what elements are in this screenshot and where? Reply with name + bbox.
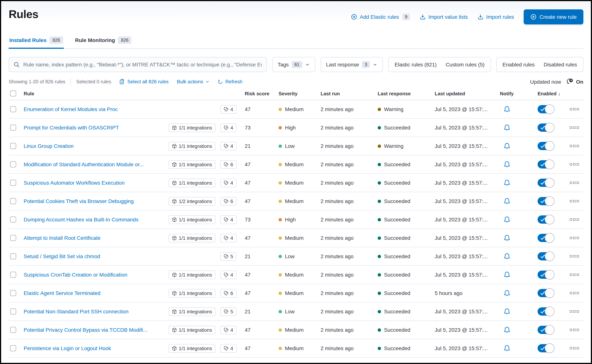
tags-badge[interactable]: 6: [220, 160, 237, 169]
row-checkbox[interactable]: [10, 143, 16, 149]
notification-bell-icon[interactable]: [503, 253, 510, 260]
row-actions-button[interactable]: [570, 237, 579, 239]
row-checkbox[interactable]: [10, 345, 16, 351]
tags-badge[interactable]: 4: [220, 234, 237, 242]
import-value-lists-button[interactable]: Import value lists: [420, 14, 468, 20]
row-actions-button[interactable]: [570, 126, 579, 129]
select-all-checkbox[interactable]: [10, 91, 16, 97]
notification-bell-icon[interactable]: [503, 308, 510, 315]
integrations-badge[interactable]: 1/1 integrations: [169, 160, 216, 169]
rule-name-link[interactable]: Suspicious Automator Workflows Execution: [24, 180, 125, 186]
row-actions-button[interactable]: [570, 200, 579, 202]
rule-name-link[interactable]: Suspicious CronTab Creation or Modificat…: [24, 272, 127, 278]
notification-bell-icon[interactable]: [503, 124, 510, 131]
rule-name-link[interactable]: Potential Cookies Theft via Browser Debu…: [24, 198, 134, 204]
row-checkbox[interactable]: [10, 290, 16, 296]
enabled-toggle[interactable]: [538, 252, 554, 260]
tags-badge[interactable]: 6: [220, 289, 237, 297]
rule-name-link[interactable]: Potential Non-Standard Port SSH connecti…: [24, 308, 129, 314]
rule-name-link[interactable]: Modification of Standard Authentication …: [24, 161, 144, 167]
column-enabled-sort[interactable]: Enabled ↓: [520, 91, 565, 96]
disabled-rules-filter[interactable]: Disabled rules: [544, 62, 577, 68]
integrations-badge[interactable]: 1/1 integrations: [169, 142, 216, 150]
row-actions-button[interactable]: [570, 255, 579, 257]
row-checkbox[interactable]: [10, 106, 16, 112]
select-all-rules-link[interactable]: Select all 826 rules: [119, 79, 169, 84]
row-actions-button[interactable]: [570, 347, 579, 349]
tab-installed-rules[interactable]: Installed Rules 826: [9, 34, 64, 48]
integrations-badge[interactable]: 1/1 integrations: [169, 234, 216, 242]
row-actions-button[interactable]: [570, 182, 579, 184]
rule-name-link[interactable]: Attempt to Install Root Certificate: [24, 235, 100, 241]
row-actions-button[interactable]: [570, 292, 579, 294]
refresh-button[interactable]: Refresh: [218, 79, 242, 84]
row-actions-button[interactable]: [570, 145, 579, 147]
rule-name-link[interactable]: Potential Privacy Control Bypass via TCC…: [24, 327, 147, 333]
enabled-toggle[interactable]: [538, 307, 554, 316]
row-actions-button[interactable]: [570, 310, 579, 312]
rule-name-link[interactable]: Setuid / Setgid Bit Set via chmod: [24, 253, 100, 259]
rule-name-link[interactable]: Persistence via Login or Logout Hook: [24, 345, 111, 351]
tags-badge[interactable]: 4: [220, 344, 237, 352]
notification-bell-icon[interactable]: [503, 106, 510, 113]
enabled-toggle[interactable]: [538, 160, 554, 169]
enabled-toggle[interactable]: [538, 234, 554, 242]
create-new-rule-button[interactable]: Create new rule: [524, 9, 583, 24]
notification-bell-icon[interactable]: [503, 216, 510, 223]
integrations-badge[interactable]: 1/2 integrations: [169, 197, 216, 205]
row-checkbox[interactable]: [10, 125, 16, 130]
enabled-toggle[interactable]: [538, 326, 554, 334]
enabled-toggle[interactable]: [538, 271, 554, 279]
integrations-badge[interactable]: 1/1 integrations: [169, 215, 216, 224]
bulk-actions-button[interactable]: Bulk actions: [177, 79, 210, 84]
notification-bell-icon[interactable]: [503, 161, 510, 168]
integrations-badge[interactable]: 1/1 integrations: [169, 123, 216, 132]
integrations-badge[interactable]: 1/1 integrations: [169, 289, 216, 297]
row-checkbox[interactable]: [10, 308, 16, 314]
enabled-toggle[interactable]: [538, 215, 554, 224]
notification-bell-icon[interactable]: [503, 198, 510, 205]
enabled-toggle[interactable]: [538, 124, 554, 132]
rule-name-link[interactable]: Enumeration of Kernel Modules via Proc: [24, 106, 118, 112]
row-actions-button[interactable]: [570, 108, 579, 110]
tags-badge[interactable]: 4: [220, 325, 237, 334]
tags-badge[interactable]: 5: [220, 307, 237, 316]
integrations-badge[interactable]: 1/1 integrations: [169, 344, 216, 352]
row-checkbox[interactable]: [10, 216, 16, 222]
tags-badge[interactable]: 5: [220, 252, 237, 261]
tags-badge[interactable]: 4: [220, 178, 237, 187]
row-checkbox[interactable]: [10, 253, 16, 259]
row-checkbox[interactable]: [10, 235, 16, 241]
tags-filter-button[interactable]: Tags 61: [272, 57, 315, 72]
add-elastic-rules-button[interactable]: Add Elastic rules 9: [351, 13, 410, 20]
rule-name-link[interactable]: Prompt for Credentials with OSASCRIPT: [24, 125, 119, 130]
enabled-toggle[interactable]: [538, 289, 554, 297]
tags-badge[interactable]: 4: [220, 270, 237, 279]
integrations-badge[interactable]: 1/1 integrations: [169, 307, 216, 316]
tags-badge[interactable]: 4: [220, 123, 237, 132]
integrations-badge[interactable]: 1/1 integrations: [169, 325, 216, 334]
notification-bell-icon[interactable]: [503, 143, 510, 150]
enabled-rules-filter[interactable]: Enabled rules: [502, 62, 535, 68]
enabled-toggle[interactable]: [538, 142, 554, 150]
enabled-toggle[interactable]: [538, 179, 554, 187]
notification-bell-icon[interactable]: [503, 345, 510, 352]
row-actions-button[interactable]: [570, 329, 579, 331]
tags-badge[interactable]: 4: [220, 142, 237, 150]
tags-badge[interactable]: 4: [220, 105, 237, 114]
row-actions-button[interactable]: [570, 218, 579, 221]
rule-name-link[interactable]: Linux Group Creation: [24, 143, 73, 149]
tags-badge[interactable]: 4: [220, 215, 237, 224]
last-response-filter-button[interactable]: Last response 3: [320, 57, 383, 72]
enabled-toggle[interactable]: [538, 105, 554, 113]
row-actions-button[interactable]: [570, 273, 579, 276]
rule-search-input[interactable]: [23, 62, 262, 68]
row-actions-button[interactable]: [570, 163, 579, 165]
notification-bell-icon[interactable]: [503, 326, 510, 333]
enabled-toggle[interactable]: [538, 197, 554, 205]
elastic-rules-filter[interactable]: Elastic rules (821): [395, 62, 437, 68]
tags-badge[interactable]: 6: [220, 197, 237, 205]
notification-bell-icon[interactable]: [503, 179, 510, 186]
rule-name-link[interactable]: Dumping Account Hashes via Built-In Comm…: [24, 216, 138, 222]
row-checkbox[interactable]: [10, 161, 16, 167]
